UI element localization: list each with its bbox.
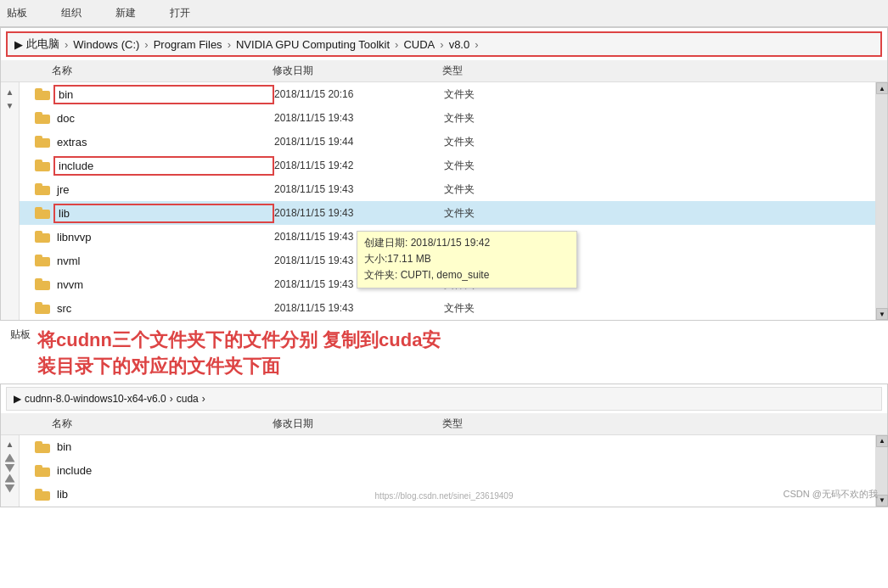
table-row[interactable]: include bbox=[20, 459, 875, 483]
file-indent bbox=[20, 465, 53, 477]
table-row[interactable]: extras 2018/11/15 19:44 文件夹 bbox=[20, 130, 875, 154]
instruction-text: 将cudnn三个文件夹下的文件分别 复制到cuda安装目录下的对应的文件夹下面 bbox=[37, 328, 441, 380]
folder-icon bbox=[35, 136, 50, 148]
tooltip-line1: 创建日期: 2018/11/15 19:42 bbox=[364, 235, 570, 251]
folder-icon bbox=[35, 112, 50, 124]
explorer-pane-2: ▶ cudnn-8.0-windows10-x64-v6.0 › cuda › … bbox=[0, 384, 888, 507]
address-bar-2[interactable]: ▶ cudnn-8.0-windows10-x64-v6.0 › cuda › bbox=[6, 387, 882, 411]
address2-part-0: cudnn-8.0-windows10-x64-v6.0 bbox=[25, 393, 166, 405]
file-name: include bbox=[53, 156, 274, 176]
scrollbar-1[interactable]: ▲ ▼ bbox=[875, 82, 887, 320]
file-name: lib bbox=[53, 488, 274, 501]
instruction-area: 贴板 将cudnn三个文件夹下的文件分别 复制到cuda安装目录下的对应的文件夹… bbox=[0, 321, 888, 384]
col2-header-date[interactable]: 修改日期 bbox=[273, 417, 442, 431]
folder-icon bbox=[35, 231, 50, 243]
address-part-3: NVIDIA GPU Computing Toolkit bbox=[236, 38, 390, 51]
file-date: 2018/11/15 19:43 bbox=[274, 183, 444, 195]
tooltip-line2: 大小:17.11 MB bbox=[364, 251, 570, 267]
table-row[interactable]: lib 2018/11/15 19:43 文件夹 bbox=[20, 201, 875, 225]
nav2-up-arrow[interactable]: ▲ bbox=[4, 439, 16, 451]
file-indent bbox=[20, 112, 53, 124]
file-indent bbox=[20, 441, 53, 453]
file-type: 文件夹 bbox=[444, 87, 571, 102]
pane2-toolbar-label: 贴板 bbox=[10, 328, 31, 342]
address2-part-1: cuda bbox=[177, 393, 199, 405]
tooltip-box: 创建日期: 2018/11/15 19:42 大小:17.11 MB 文件夹: … bbox=[357, 231, 577, 288]
file-indent bbox=[20, 231, 53, 243]
file-date: 2018/11/15 19:43 bbox=[274, 112, 444, 124]
file-date: 2018/11/15 19:44 bbox=[274, 136, 444, 148]
folder-icon bbox=[35, 183, 50, 195]
file-type: 文件夹 bbox=[444, 159, 571, 173]
file-date: 2018/11/15 19:43 bbox=[274, 302, 444, 314]
file-indent bbox=[20, 207, 53, 219]
col2-header-name[interactable]: 名称 bbox=[1, 417, 273, 431]
file-name: extras bbox=[53, 134, 274, 150]
watermark: CSDN @无码不欢的我 bbox=[784, 488, 878, 501]
col-header-type[interactable]: 类型 bbox=[442, 64, 570, 78]
file-date: 2018/11/15 19:43 bbox=[274, 207, 444, 219]
table-row[interactable]: jre 2018/11/15 19:43 文件夹 bbox=[20, 177, 875, 201]
file-indent bbox=[20, 255, 53, 266]
table-row[interactable]: src 2018/11/15 19:43 文件夹 bbox=[20, 296, 875, 320]
folder-icon bbox=[35, 207, 50, 219]
folder-icon bbox=[35, 255, 50, 266]
file-type: 文件夹 bbox=[444, 182, 571, 197]
file-indent bbox=[20, 489, 53, 501]
file-indent bbox=[20, 136, 53, 148]
file-name: include bbox=[53, 464, 274, 477]
scroll2-up-btn[interactable]: ▲ bbox=[876, 435, 888, 447]
address-part-5: v8.0 bbox=[449, 38, 470, 51]
col2-header-type[interactable]: 类型 bbox=[442, 417, 570, 431]
address-part-4: CUDA bbox=[403, 38, 435, 51]
file-name: src bbox=[53, 300, 274, 316]
file-indent bbox=[20, 183, 53, 195]
table-row[interactable]: bin bbox=[20, 435, 875, 459]
file-indent bbox=[20, 278, 53, 290]
file-name: lib bbox=[53, 204, 274, 223]
address-bar-1[interactable]: ▶ 此电脑 › Windows (C:) › Program Files › N… bbox=[6, 31, 882, 57]
nav-up-arrow[interactable]: ▲ bbox=[4, 86, 16, 98]
nav-down-arrow[interactable]: ▼ bbox=[4, 99, 16, 111]
file-date: 2018/11/15 19:42 bbox=[274, 160, 444, 171]
address-arrow: ▶ bbox=[14, 38, 23, 51]
folder-icon bbox=[35, 160, 50, 171]
file-name: bin bbox=[53, 85, 274, 104]
scroll-up-btn[interactable]: ▲ bbox=[876, 82, 888, 94]
folder-icon bbox=[35, 88, 50, 100]
file-indent bbox=[20, 160, 53, 171]
folder-icon bbox=[35, 465, 50, 477]
sidebar-nav-1: ▲ ▼ bbox=[1, 82, 20, 320]
toolbar: 贴板 组织 新建 打开 bbox=[0, 0, 888, 27]
column-headers-1: 名称 修改日期 类型 bbox=[1, 60, 887, 82]
table-row[interactable]: bin 2018/11/15 20:16 文件夹 bbox=[20, 82, 875, 106]
folder-icon bbox=[35, 278, 50, 290]
folder-icon bbox=[35, 302, 50, 314]
file-type: 文件夹 bbox=[444, 301, 571, 316]
tooltip-line3: 文件夹: CUPTI, demo_suite bbox=[364, 267, 570, 283]
file-name: jre bbox=[53, 182, 274, 198]
file-indent bbox=[20, 88, 53, 100]
folder-icon bbox=[35, 489, 50, 501]
file-type: 文件夹 bbox=[444, 206, 571, 221]
file-date: 2018/11/15 20:16 bbox=[274, 88, 444, 100]
table-row[interactable]: doc 2018/11/15 19:43 文件夹 bbox=[20, 106, 875, 130]
scroll2-down-btn[interactable]: ▼ bbox=[876, 495, 888, 507]
url-watermark: https://blog.csdn.net/sinei_23619409 bbox=[375, 491, 514, 501]
column-headers-2: 名称 修改日期 类型 bbox=[1, 413, 887, 435]
file-name: nvml bbox=[53, 253, 274, 269]
scroll-down-btn[interactable]: ▼ bbox=[876, 308, 888, 320]
toolbar-new: 新建 bbox=[115, 6, 136, 20]
file-name: libnvvp bbox=[53, 229, 274, 245]
file-name: doc bbox=[53, 110, 274, 126]
address-part-1: Windows (C:) bbox=[73, 38, 139, 51]
col-header-name[interactable]: 名称 bbox=[1, 64, 273, 78]
toolbar-open: 打开 bbox=[170, 6, 190, 20]
col-header-date[interactable]: 修改日期 bbox=[273, 64, 442, 78]
address-part-0: 此电脑 bbox=[26, 36, 59, 52]
file-name: nvvm bbox=[53, 277, 274, 293]
file-name: bin bbox=[53, 440, 274, 453]
file-indent bbox=[20, 302, 53, 314]
sidebar-nav-2: ▲ bbox=[1, 435, 20, 507]
table-row[interactable]: include 2018/11/15 19:42 文件夹 bbox=[20, 154, 875, 177]
